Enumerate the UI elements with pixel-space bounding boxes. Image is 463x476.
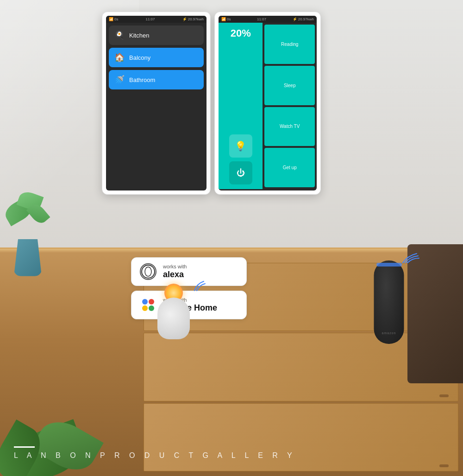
alexa-text-block: works with alexa (163, 264, 187, 280)
echo-ring (376, 263, 402, 267)
room-bathroom[interactable]: 🚿 Bathroom (109, 70, 204, 89)
brightness-panel: 20% 💡 ⏻ (219, 23, 263, 189)
echo-wifi-arcs (400, 247, 421, 265)
svg-point-2 (142, 299, 148, 305)
echo-label: amazon (382, 331, 396, 335)
brand-line (14, 446, 35, 448)
panel-left: 📶 0s 11:07 ⚡ 20.97kwh 🍳 Kitchen 🏠 Balcon… (102, 12, 211, 195)
brand-footer: L A N B O N P R O D U C T G A L L E R Y (0, 446, 463, 460)
scenes-panel: Reading Sleep Watch TV Get up (263, 23, 317, 189)
drawer-handle-3 (439, 464, 449, 467)
alexa-icon (140, 263, 156, 280)
scene-watch-tv[interactable]: Watch TV (264, 107, 315, 146)
wifi-icon: 📶 (109, 17, 113, 21)
room-balcony[interactable]: 🏠 Balcony (109, 48, 204, 67)
screen-right: 📶 0s 11:07 ⚡ 20.97kwh 20% 💡 ⏻ (219, 16, 317, 190)
brand-text: L A N B O N P R O D U C T G A L L E R Y (14, 451, 449, 460)
room-kitchen[interactable]: 🍳 Kitchen (109, 25, 204, 45)
room-list: 🍳 Kitchen 🏠 Balcony 🚿 Bathroom (106, 23, 206, 92)
status-icons-right: 📶 0s (221, 17, 231, 21)
google-home-body (157, 298, 190, 339)
bathroom-icon: 🚿 (114, 75, 125, 85)
status-bar-left: 📶 0s 11:07 ⚡ 20.97kwh (106, 16, 206, 23)
scene-sleep[interactable]: Sleep (264, 66, 315, 105)
power-icon: ⏻ (237, 168, 245, 178)
right-screen-content: 20% 💡 ⏻ Reading Sleep (219, 23, 317, 189)
svg-point-4 (142, 305, 148, 311)
energy-right: ⚡ 20.97kwh (293, 17, 314, 21)
alexa-works-with-label: works with (163, 264, 187, 270)
drawer-handle-2 (439, 394, 449, 397)
signal-text-right: 0s (227, 17, 231, 21)
panels-container: 📶 0s 11:07 ⚡ 20.97kwh 🍳 Kitchen 🏠 Balcon… (102, 12, 321, 195)
vase (14, 239, 42, 276)
light-icon-area[interactable]: 💡 (229, 134, 252, 158)
kitchen-label: Kitchen (129, 32, 149, 39)
drawer-3 (144, 403, 458, 471)
svg-point-1 (145, 267, 151, 276)
bathroom-label: Bathroom (129, 76, 155, 83)
sofa-corner (407, 244, 463, 383)
kitchen-icon: 🍳 (114, 30, 125, 40)
echo-speaker: amazon (370, 251, 407, 344)
time-left: 11:07 (145, 17, 155, 21)
alexa-name-label: alexa (163, 270, 187, 280)
echo-body: amazon (374, 260, 404, 344)
google-wifi-arcs (188, 277, 206, 293)
wifi-icon-right: 📶 (221, 17, 226, 21)
screen-left: 📶 0s 11:07 ⚡ 20.97kwh 🍳 Kitchen 🏠 Balcon… (106, 16, 206, 190)
time-right: 11:07 (257, 17, 266, 21)
power-icon-area[interactable]: ⏻ (229, 161, 252, 184)
google-home-speaker (153, 284, 194, 339)
scene-get-up[interactable]: Get up (264, 148, 315, 187)
signal-text: 0s (114, 17, 118, 21)
balcony-icon: 🏠 (114, 52, 125, 63)
balcony-label: Balcony (129, 54, 150, 61)
bulb-icon: 💡 (235, 140, 246, 152)
status-icons-left: 📶 0s (109, 17, 118, 21)
status-bar-right: 📶 0s 11:07 ⚡ 20.97kwh (219, 16, 317, 23)
scene-reading[interactable]: Reading (264, 25, 315, 64)
panel-right: 📶 0s 11:07 ⚡ 20.97kwh 20% 💡 ⏻ (214, 12, 321, 195)
brightness-value: 20% (231, 27, 251, 39)
plant-area (0, 109, 102, 276)
energy-left: ⚡ 20.97kwh (182, 17, 204, 21)
